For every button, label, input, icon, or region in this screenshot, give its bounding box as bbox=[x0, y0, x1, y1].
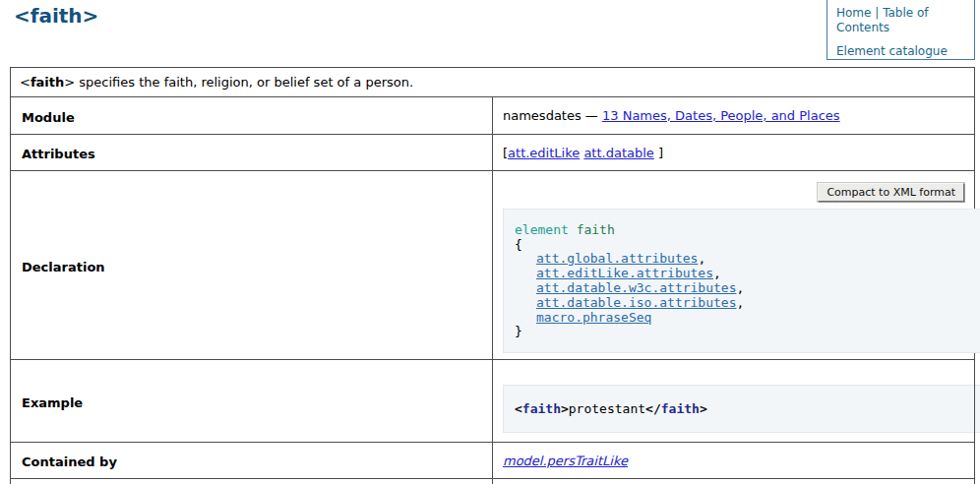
page-title: <faith> bbox=[14, 4, 98, 28]
declaration-row-value: Compact to XML format element faith { at… bbox=[493, 171, 975, 360]
attributes-bracket-close: ] bbox=[654, 146, 663, 160]
truncated-next-row-label bbox=[11, 479, 493, 484]
rnc-keyword: element bbox=[515, 222, 569, 237]
nav-link-element-catalogue[interactable]: Element catalogue bbox=[836, 44, 948, 58]
element-description: <faith> specifies the faith, religion, o… bbox=[11, 68, 975, 97]
description-row: <faith> specifies the faith, religion, o… bbox=[11, 68, 975, 97]
module-row-value: namesdates — 13 Names, Dates, People, an… bbox=[493, 97, 975, 135]
attributes-row-label: Attributes bbox=[11, 135, 493, 171]
attribute-class-link-datable[interactable]: att.datable bbox=[583, 146, 653, 160]
example-code-block: <faith>protestant</faith> bbox=[503, 385, 980, 434]
declaration-row-label: Declaration bbox=[11, 171, 493, 360]
example-row: Example <faith>protestant</faith> bbox=[11, 360, 975, 443]
declaration-ref-suffix: , bbox=[737, 280, 745, 295]
declaration-link-att-global-attributes[interactable]: att.global.attributes bbox=[536, 251, 698, 266]
description-tag-close: > bbox=[64, 75, 75, 90]
declaration-link-macro-phraseseq[interactable]: macro.phraseSeq bbox=[536, 310, 651, 325]
declaration-link-att-editlike-attributes[interactable]: att.editLike.attributes bbox=[536, 266, 713, 280]
module-row: Module namesdates — 13 Names, Dates, Peo… bbox=[11, 97, 975, 135]
declaration-ref-suffix: , bbox=[698, 251, 705, 266]
declaration-ref-line: att.editLike.attributes, bbox=[515, 267, 980, 281]
nav-separator: | bbox=[875, 6, 879, 20]
contained-by-row-value: model.persTraitLike bbox=[493, 443, 975, 479]
example-end-tag: faith bbox=[661, 401, 700, 416]
example-start-tag: faith bbox=[522, 401, 561, 416]
attributes-row-value: [att.editLike att.datable ] bbox=[493, 135, 975, 171]
site-nav-box: Home | Table of Contents Element catalog… bbox=[827, 0, 975, 60]
example-end-open: </ bbox=[645, 401, 661, 416]
example-start-open: < bbox=[515, 401, 522, 416]
declaration-ref-line: att.global.attributes, bbox=[515, 252, 980, 267]
attribute-class-link-editlike[interactable]: att.editLike bbox=[508, 146, 580, 160]
nav-line-2: Element catalogue bbox=[836, 44, 966, 59]
declaration-line-element: element faith bbox=[515, 223, 980, 238]
example-content-text: protestant bbox=[569, 401, 645, 416]
declaration-close-brace: } bbox=[515, 325, 980, 339]
contained-by-row-label: Contained by bbox=[11, 443, 493, 479]
description-text: specifies the faith, religion, or belief… bbox=[75, 75, 413, 90]
declaration-ref-line: macro.phraseSeq bbox=[515, 311, 980, 326]
example-row-value: <faith>protestant</faith> bbox=[493, 360, 975, 443]
declaration-ref-suffix: , bbox=[737, 295, 745, 310]
nav-line-1: Home | Table of Contents bbox=[836, 6, 966, 35]
example-row-label: Example bbox=[11, 360, 493, 443]
declaration-open-brace: { bbox=[515, 238, 980, 253]
example-end-close: > bbox=[700, 401, 707, 416]
compact-to-xml-button[interactable]: Compact to XML format bbox=[818, 183, 964, 202]
truncated-next-row bbox=[11, 479, 975, 484]
module-name-text: namesdates — bbox=[503, 108, 602, 123]
contained-by-row: Contained by model.persTraitLike bbox=[11, 443, 975, 479]
declaration-link-att-datable-w3c-attributes[interactable]: att.datable.w3c.attributes bbox=[536, 280, 737, 295]
example-start-close: > bbox=[561, 401, 569, 416]
attributes-row: Attributes [att.editLike att.datable ] bbox=[11, 135, 975, 171]
declaration-link-att-datable-iso-attributes[interactable]: att.datable.iso.attributes bbox=[536, 295, 737, 310]
module-chapter-link[interactable]: 13 Names, Dates, People, and Places bbox=[602, 108, 840, 123]
description-tag-open: < bbox=[20, 75, 31, 90]
truncated-next-row-value bbox=[493, 479, 975, 484]
contained-by-link-model-perstraitlike[interactable]: model.persTraitLike bbox=[503, 454, 628, 468]
declaration-ref-line: att.datable.iso.attributes, bbox=[515, 296, 980, 311]
declaration-code-block: element faith { att.global.attributes, a… bbox=[503, 209, 980, 353]
rnc-element-name: faith bbox=[577, 222, 615, 237]
declaration-ref-suffix: , bbox=[713, 266, 721, 280]
nav-link-home[interactable]: Home bbox=[836, 6, 871, 20]
declaration-ref-line: att.datable.w3c.attributes, bbox=[515, 281, 980, 296]
declaration-row: Declaration Compact to XML format elemen… bbox=[11, 171, 975, 360]
module-row-label: Module bbox=[11, 97, 493, 135]
element-reference-table: <faith> specifies the faith, religion, o… bbox=[10, 67, 975, 484]
description-tag-name: faith bbox=[31, 75, 64, 90]
